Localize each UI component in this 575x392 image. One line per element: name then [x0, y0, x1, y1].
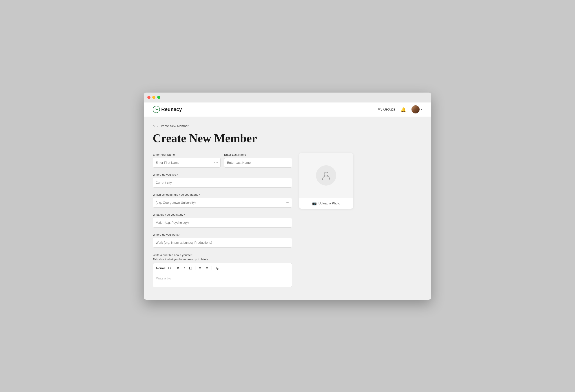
study-input[interactable]: [153, 218, 292, 228]
work-group: Where do you work?: [153, 233, 292, 247]
first-name-input-wrapper: [153, 158, 220, 168]
app-window: Reunacy My Groups 🔔 ▾ ⌂ › Create New Mem…: [144, 93, 431, 300]
italic-button[interactable]: I: [183, 266, 186, 270]
ordered-list-button[interactable]: ≡: [198, 266, 202, 271]
photo-card: 📷 Upload a Photo: [299, 153, 353, 209]
notification-bell-icon[interactable]: 🔔: [401, 107, 406, 112]
schools-input-wrapper: [153, 198, 292, 208]
toolbar-divider-2: [212, 266, 212, 270]
avatar: [411, 105, 420, 113]
bio-label: Write a brief bio about yourself. Talk a…: [153, 253, 292, 262]
location-input[interactable]: [153, 178, 292, 188]
text-style-arrow-icon: ⬆⬇: [168, 267, 171, 269]
bio-editor: Normal ⬆⬇ B I U ≡ ≡ Tx: [153, 263, 292, 287]
avatar-placeholder: [316, 165, 336, 186]
first-name-field: Enter First Name: [153, 153, 220, 168]
underline-button[interactable]: U: [188, 266, 192, 270]
last-name-field: Enter Last Name: [224, 153, 292, 168]
text-style-value: Normal: [156, 267, 166, 270]
last-name-input[interactable]: [224, 158, 292, 168]
text-style-select[interactable]: Normal ⬆⬇: [156, 267, 173, 270]
upload-photo-label: Upload a Photo: [318, 201, 340, 205]
upload-photo-button[interactable]: 📷 Upload a Photo: [299, 198, 353, 209]
bio-label-line2: Talk about what you have been up to late…: [153, 258, 208, 261]
nav-right: My Groups 🔔 ▾: [378, 105, 422, 113]
chevron-down-icon: ▾: [421, 108, 422, 111]
person-icon: [321, 170, 332, 181]
camera-icon: 📷: [312, 201, 317, 206]
logo-text: Reunacy: [161, 106, 182, 112]
bio-placeholder: Write a bio: [156, 276, 171, 280]
form-left: Enter First Name Enter Last Name: [153, 153, 292, 293]
schools-label: Which school(s) did / do you attend?: [153, 193, 292, 196]
schools-dots-icon: [286, 202, 289, 203]
form-right: 📷 Upload a Photo: [299, 153, 353, 209]
close-button[interactable]: [147, 96, 150, 99]
location-group: Where do you live?: [153, 173, 292, 188]
my-groups-link[interactable]: My Groups: [378, 107, 395, 111]
study-label: What did / do you study?: [153, 213, 292, 216]
svg-point-0: [324, 172, 328, 176]
study-group: What did / do you study?: [153, 213, 292, 228]
breadcrumb: ⌂ › Create New Member: [153, 124, 422, 128]
titlebar: [144, 93, 431, 102]
work-label: Where do you work?: [153, 233, 292, 236]
maximize-button[interactable]: [157, 96, 160, 99]
bio-toolbar: Normal ⬆⬇ B I U ≡ ≡ Tx: [153, 263, 292, 273]
breadcrumb-separator: ›: [157, 124, 158, 128]
toolbar-divider-1: [195, 266, 195, 270]
main-content: ⌂ › Create New Member Create New Member …: [144, 117, 431, 300]
user-avatar-button[interactable]: ▾: [411, 105, 422, 113]
minimize-button[interactable]: [152, 96, 155, 99]
photo-preview: [299, 153, 353, 198]
home-icon[interactable]: ⌂: [153, 124, 155, 128]
logo[interactable]: Reunacy: [153, 106, 182, 113]
work-input[interactable]: [153, 238, 292, 247]
bold-button[interactable]: B: [176, 266, 180, 270]
page-title: Create New Member: [153, 132, 422, 145]
unordered-list-button[interactable]: ≡: [205, 266, 209, 271]
traffic-lights: [147, 96, 160, 99]
bio-group: Write a brief bio about yourself. Talk a…: [153, 253, 292, 287]
first-name-label: Enter First Name: [153, 153, 220, 156]
bio-content-area[interactable]: Write a bio: [153, 273, 292, 287]
name-row: Enter First Name Enter Last Name: [153, 153, 292, 168]
location-label: Where do you live?: [153, 173, 292, 176]
breadcrumb-current-page: Create New Member: [160, 124, 189, 128]
clear-format-button[interactable]: Tx: [215, 266, 219, 271]
bio-label-line1: Write a brief bio about yourself.: [153, 253, 193, 257]
schools-group: Which school(s) did / do you attend?: [153, 193, 292, 208]
navbar: Reunacy My Groups 🔔 ▾: [144, 102, 431, 117]
schools-input[interactable]: [153, 198, 292, 208]
logo-icon: [153, 106, 160, 113]
first-name-dots-icon: [214, 162, 218, 163]
last-name-label: Enter Last Name: [224, 153, 292, 156]
form-layout: Enter First Name Enter Last Name: [153, 153, 422, 293]
first-name-input[interactable]: [153, 158, 220, 168]
